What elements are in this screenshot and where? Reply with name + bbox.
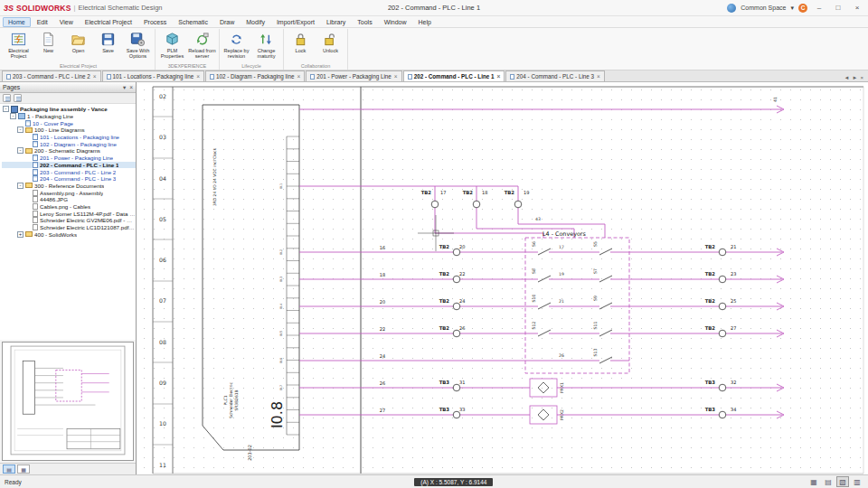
tree-item-cover-page[interactable]: 10 - Cover Page bbox=[2, 119, 136, 127]
tree-item-lc1d121087-pdf[interactable]: Schneider Electric LC1D121087.pdf - D... bbox=[2, 224, 136, 231]
contact-blades bbox=[538, 249, 612, 363]
menu-schematic[interactable]: Schematic bbox=[173, 17, 213, 27]
pages-view-icon[interactable] bbox=[3, 94, 11, 102]
tab-201[interactable]: 201 - Power - Packaging Line× bbox=[306, 70, 401, 81]
menu-modify[interactable]: Modify bbox=[241, 17, 270, 27]
expander[interactable]: - bbox=[10, 113, 16, 119]
svg-text:S5: S5 bbox=[593, 241, 598, 247]
components-view-icon[interactable] bbox=[14, 94, 22, 102]
table-icon[interactable]: ▦ bbox=[807, 476, 820, 487]
tab-scroll-left-icon[interactable]: ◄ bbox=[844, 75, 850, 80]
tree-item-line-diagrams[interactable]: -100 - Line Diagrams bbox=[2, 127, 136, 134]
tree-item-assembly-png[interactable]: Assembly.png - Assembly bbox=[2, 189, 136, 196]
pages-tab-icon[interactable]: ▤ bbox=[3, 465, 15, 474]
replace-by-revision-button[interactable]: Replace by revision bbox=[222, 29, 251, 62]
tree-item-leroy-somer-pdf[interactable]: Leroy Somer LS112M-4P.pdf - Data sh... bbox=[2, 210, 136, 217]
tree-item-cables-png[interactable]: Cables.png - Cables bbox=[2, 203, 136, 211]
tree-item-202-selected[interactable]: 202 - Command - PLC - Line 1 bbox=[2, 162, 136, 169]
tab-204[interactable]: 204 - Command - PLC - Line 3× bbox=[505, 70, 605, 81]
menu-help[interactable]: Help bbox=[413, 17, 437, 27]
menu-home[interactable]: Home bbox=[3, 17, 31, 27]
selection-filter-icon[interactable]: ▧ bbox=[836, 476, 849, 487]
menu-tools[interactable]: Tools bbox=[352, 17, 377, 27]
expander[interactable]: - bbox=[17, 183, 24, 189]
tab-close-icon[interactable]: × bbox=[496, 73, 501, 80]
open-button[interactable]: Open bbox=[63, 29, 93, 62]
tab-101[interactable]: 101 - Locations - Packaging line× bbox=[102, 70, 204, 81]
page-icon bbox=[33, 169, 38, 175]
expander[interactable]: + bbox=[17, 231, 24, 238]
svg-text:S10: S10 bbox=[532, 295, 536, 303]
tab-202-active[interactable]: 202 - Command - PLC - Line 1× bbox=[403, 70, 505, 81]
tree-item-schematic-diagrams[interactable]: -200 - Schematic Diagrams bbox=[2, 147, 136, 155]
minimize-button[interactable]: – bbox=[812, 4, 826, 12]
tree-item-packaging-line[interactable]: -1 - Packaging Line bbox=[2, 113, 136, 120]
tab-close-all-icon[interactable]: × bbox=[860, 75, 863, 80]
expander[interactable]: - bbox=[3, 106, 9, 112]
plm-properties-button[interactable]: PLM Properties bbox=[157, 29, 187, 62]
net-number-top: 41 bbox=[773, 97, 778, 102]
svg-text:18: 18 bbox=[482, 190, 487, 195]
tab-scroll-right-icon[interactable]: ► bbox=[853, 75, 858, 80]
plc-slot-label: 3RD 24 I/O 24 VDC incl Clock bbox=[212, 148, 217, 206]
reload-from-server-button[interactable]: Reload from server bbox=[187, 29, 217, 62]
layers-icon[interactable]: ▥ bbox=[851, 476, 863, 487]
svg-text:PRX2: PRX2 bbox=[560, 409, 564, 420]
panel-close-icon[interactable]: × bbox=[129, 84, 133, 91]
tab-203[interactable]: 203 - Command - PLC - Line 2× bbox=[2, 70, 101, 81]
menu-edit[interactable]: Edit bbox=[32, 17, 53, 27]
tree-item-44486-jpg[interactable]: 44486.JPG bbox=[2, 196, 136, 203]
button-label: PLM Properties bbox=[158, 48, 186, 59]
tree-item-204[interactable]: 204 - Command - PLC - Line 3 bbox=[2, 175, 136, 183]
expander[interactable]: - bbox=[17, 147, 24, 154]
tree-item-solidworks[interactable]: +400 - SolidWorks bbox=[2, 230, 136, 238]
save-with-options-button[interactable]: Save With Options bbox=[123, 29, 153, 62]
svg-text:TB2: TB2 bbox=[421, 190, 432, 195]
button-label: Reload from server bbox=[188, 48, 216, 59]
unlock-button[interactable]: Unlock bbox=[316, 29, 345, 62]
space-selector[interactable]: Common Space bbox=[741, 5, 786, 11]
expander[interactable]: - bbox=[17, 127, 24, 133]
menu-import-export[interactable]: Import/Export bbox=[271, 17, 320, 27]
tab-close-icon[interactable]: × bbox=[596, 73, 600, 80]
tree-item-root[interactable]: -Packaging line assembly - Vance bbox=[2, 106, 136, 113]
tree-item-203[interactable]: 203 - Command - PLC - Line 2 bbox=[2, 168, 136, 175]
close-button[interactable]: × bbox=[850, 4, 864, 12]
electrical-project-button[interactable]: Electrical Project bbox=[4, 29, 33, 62]
svg-text:06: 06 bbox=[159, 257, 166, 263]
menu-view[interactable]: View bbox=[54, 17, 79, 27]
menu-library[interactable]: Library bbox=[321, 17, 351, 27]
menu-window[interactable]: Window bbox=[379, 17, 412, 27]
ribbon-group-collaboration: Lock Unlock Collaboration bbox=[284, 29, 348, 70]
change-maturity-button[interactable]: Change maturity bbox=[251, 29, 281, 62]
logo-divider: | bbox=[74, 4, 76, 12]
book-icon bbox=[18, 113, 25, 119]
menu-draw[interactable]: Draw bbox=[214, 17, 240, 27]
grid-snap-icon[interactable]: ▤ bbox=[822, 476, 835, 487]
tab-close-icon[interactable]: × bbox=[195, 73, 200, 80]
tab-close-icon[interactable]: × bbox=[393, 73, 398, 80]
tab-close-icon[interactable]: × bbox=[296, 73, 300, 80]
lock-button[interactable]: Lock bbox=[286, 29, 316, 62]
user-avatar[interactable]: C bbox=[798, 4, 807, 13]
tab-102[interactable]: 102 - Diagram - Packaging line× bbox=[205, 70, 305, 81]
tree-item-gv2me06-pdf[interactable]: Schneider Electric GV2ME06.pdf - Data... bbox=[2, 217, 136, 224]
menu-electrical-project[interactable]: Electrical Project bbox=[80, 17, 137, 27]
tree-item-102[interactable]: 102 - Diagram - Packaging line bbox=[2, 140, 136, 147]
symbols-tab-icon[interactable]: ▦ bbox=[17, 465, 30, 474]
chevron-down-icon[interactable]: ▾ bbox=[790, 5, 794, 12]
tree-item-reference-documents[interactable]: -300 - Reference Documents bbox=[2, 183, 136, 190]
schematic-canvas[interactable]: 02 03 04 05 06 07 08 09 10 11 3RD 24 I/ bbox=[137, 82, 868, 474]
panel-menu-icon[interactable]: ▾ bbox=[123, 84, 126, 91]
ds-logo-icon: 3S bbox=[4, 4, 14, 13]
svg-text:S7: S7 bbox=[593, 268, 598, 274]
tree-item-201[interactable]: 201 - Power - Packaging Line bbox=[2, 155, 136, 162]
menu-process[interactable]: Process bbox=[138, 17, 172, 27]
maximize-button[interactable]: □ bbox=[831, 4, 845, 12]
tree-item-101[interactable]: 101 - Locations - Packaging line bbox=[2, 134, 136, 141]
new-button[interactable]: New bbox=[33, 29, 63, 62]
ribbon: Electrical Project New Open Save Save Wi… bbox=[0, 28, 868, 70]
save-button[interactable]: Save bbox=[93, 29, 123, 62]
svg-text:27: 27 bbox=[380, 408, 385, 413]
tab-close-icon[interactable]: × bbox=[92, 73, 97, 80]
